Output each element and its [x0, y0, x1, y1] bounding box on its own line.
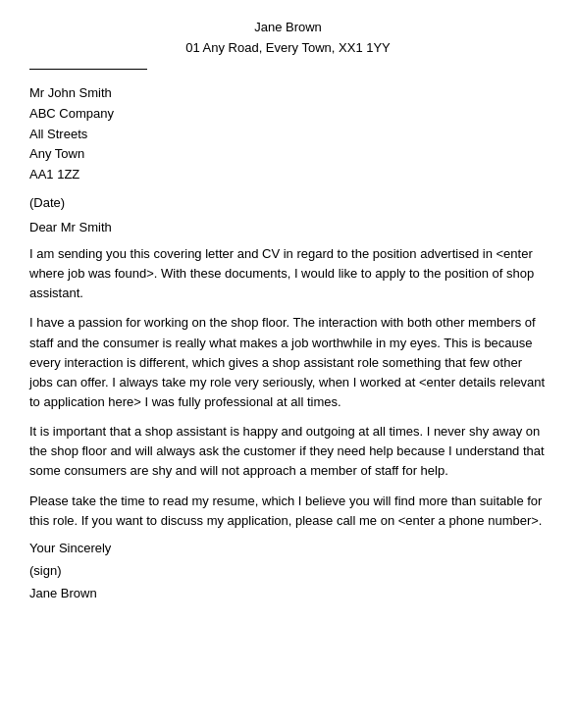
- paragraph-1: I am sending you this covering letter an…: [29, 244, 547, 303]
- recipient-town: Any Town: [29, 144, 547, 165]
- salutation: Dear Mr Smith: [29, 220, 547, 234]
- letter-container: Jane Brown 01 Any Road, Every Town, XX1 …: [29, 20, 547, 600]
- paragraph-3: It is important that a shop assistant is…: [29, 422, 547, 481]
- recipient-name: Mr John Smith: [29, 83, 547, 104]
- recipient-company: ABC Company: [29, 104, 547, 125]
- sender-address: 01 Any Road, Every Town, XX1 1YY: [29, 40, 547, 55]
- closing: Your Sincerely: [29, 541, 547, 555]
- date-placeholder: (Date): [29, 195, 547, 210]
- recipient-street: All Streets: [29, 125, 547, 145]
- recipient-postcode: AA1 1ZZ: [29, 165, 547, 185]
- divider-line: [29, 69, 147, 70]
- sender-name: Jane Brown: [29, 20, 547, 34]
- sign-placeholder: (sign): [29, 563, 547, 578]
- paragraph-4: Please take the time to read my resume, …: [29, 492, 547, 531]
- paragraph-2: I have a passion for working on the shop…: [29, 313, 547, 412]
- recipient-block: Mr John Smith ABC Company All Streets An…: [29, 83, 547, 185]
- sender-name-bottom: Jane Brown: [29, 586, 547, 600]
